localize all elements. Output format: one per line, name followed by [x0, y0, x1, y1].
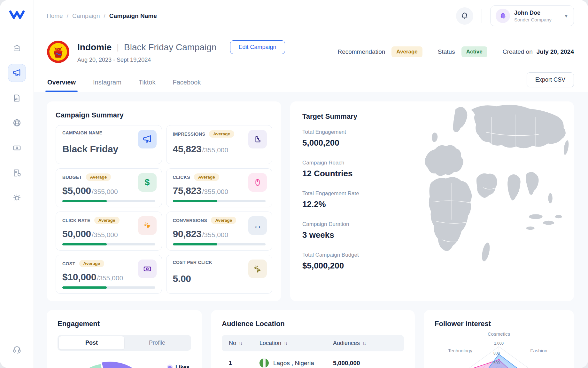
home-icon	[12, 44, 21, 52]
row-number: 1	[229, 360, 259, 366]
sidebar-item-payments[interactable]	[8, 139, 26, 157]
created-on-label: Created on	[503, 48, 533, 55]
breadcrumb-separator: /	[67, 12, 68, 20]
radar-label-fashion: Fashion	[530, 348, 547, 353]
arrows-swap-icon: ↔	[248, 216, 267, 235]
metric-click-rate: CLICK RATE Average 50,000	[56, 212, 162, 251]
content-area: Campaign Summary CAMPAIGN NAME	[34, 92, 588, 368]
sidebar-item-settings[interactable]	[8, 189, 26, 207]
campaign-summary-title: Campaign Summary	[56, 111, 272, 119]
app-window: Home / Campaign / Campaign Name	[0, 0, 588, 368]
globe-icon	[12, 118, 21, 127]
metric-label: BUDGET	[62, 175, 82, 180]
profile-menu[interactable]: John Doe Sonder Company ▼	[490, 5, 574, 26]
stat-campaign-budget: Total Campaign Budget $5,000,200	[302, 252, 562, 271]
tab-overview[interactable]: Overview	[47, 76, 76, 92]
stat-value: 3 weeks	[302, 230, 562, 240]
status-label: Status	[438, 48, 455, 55]
progress-bar	[62, 243, 155, 245]
sort-icon[interactable]: ↑↓	[284, 341, 287, 346]
sidebar-item-documents[interactable]	[8, 164, 26, 182]
average-badge: Average	[209, 130, 234, 138]
metric-total: /355,000	[92, 231, 118, 239]
sidebar-item-analytics[interactable]	[8, 89, 26, 107]
metric-label: IMPRESSIONS	[173, 132, 205, 137]
legend-dot	[168, 366, 172, 368]
campaign-date-range: Aug 20, 2023 - Sept 19,2024	[77, 57, 285, 63]
average-badge: Average	[194, 173, 219, 181]
edit-campaign-button[interactable]: Edit Campaign	[230, 40, 285, 54]
stat-campaign-duration: Campaign Duration 3 weeks	[302, 221, 562, 240]
target-summary-card: Target Summary Total Engagement 5,000,20…	[290, 101, 574, 301]
stat-label: Campaign Duration	[302, 221, 562, 228]
brand-logo	[47, 40, 70, 63]
row-location: Lagos , Nigeria	[273, 360, 314, 367]
progress-bar	[173, 243, 266, 245]
progress-bar	[62, 200, 155, 202]
legend-item-likes: Likes 50,000	[168, 364, 191, 368]
sidebar-item-home[interactable]	[8, 39, 26, 57]
legend-label: Likes	[175, 364, 191, 368]
radar-label-technology: Technology	[448, 348, 472, 353]
stat-value: 5,000,200	[302, 138, 562, 148]
notifications-button[interactable]	[456, 7, 473, 25]
stat-engagement-rate: Total Engagement Rate 12.2%	[302, 190, 562, 209]
stat-label: Total Engagement Rate	[302, 190, 562, 197]
export-csv-button[interactable]: Export CSV	[527, 72, 574, 87]
follower-interest-card: Follower interest	[424, 310, 574, 368]
sidebar-item-campaigns[interactable]	[8, 64, 26, 82]
metric-impressions: IMPRESSIONS Average 45,823 /355,000	[166, 125, 273, 164]
chevron-down-icon: ▼	[564, 13, 569, 19]
recommendation-badge: Average	[391, 46, 422, 57]
engagement-title: Engagement	[58, 320, 191, 328]
average-badge: Average	[211, 217, 236, 224]
campaign-title: Black Friday Campaign	[124, 42, 216, 52]
cursor-rays-icon	[248, 260, 267, 278]
metric-total: /355,000	[202, 188, 228, 196]
sort-icon[interactable]: ↑↓	[239, 341, 242, 346]
tab-instagram[interactable]: Instagram	[92, 76, 122, 92]
breadcrumb-campaign[interactable]: Campaign	[72, 12, 100, 20]
follower-interest-title: Follower interest	[435, 320, 563, 328]
average-badge: Average	[86, 173, 111, 181]
radar-tick-600: 600	[493, 361, 500, 365]
created-on-value: July 20, 2024	[537, 48, 574, 55]
avatar	[496, 9, 510, 23]
recommendation-label: Recommendation	[337, 48, 385, 55]
bar-chart-icon	[248, 130, 267, 148]
analytics-doc-icon	[12, 94, 21, 102]
megaphone-icon	[138, 130, 157, 148]
table-row[interactable]: 1 Lagos , Nigeria 5,000,000	[222, 351, 404, 368]
column-location[interactable]: Location↑↓	[259, 340, 333, 347]
money-icon	[12, 143, 21, 152]
bell-icon	[460, 12, 469, 20]
metric-conversions: CONVERSIONS Average ↔ 90,823 /355,000	[166, 212, 273, 251]
gear-icon	[12, 193, 21, 202]
toggle-post[interactable]: Post	[59, 336, 124, 349]
engagement-pie-chart	[58, 355, 150, 368]
sort-icon[interactable]: ↑↓	[362, 341, 366, 346]
average-badge: Average	[79, 260, 104, 267]
sidebar-nav	[8, 39, 26, 207]
logo-w-icon	[10, 12, 23, 18]
mouse-icon	[248, 173, 267, 192]
campaign-header: Indomie | Black Friday Campaign Edit Cam…	[34, 32, 588, 65]
metric-value: 50,000	[62, 228, 91, 239]
column-audiences[interactable]: Audiences↑↓	[333, 340, 397, 347]
radar-tick-800: 800	[493, 351, 500, 356]
column-no[interactable]: No↑↓	[229, 340, 259, 347]
breadcrumb-current: Campaign Name	[109, 12, 157, 20]
breadcrumb: Home / Campaign / Campaign Name	[47, 12, 157, 20]
stat-total-engagement: Total Engagement 5,000,200	[302, 129, 562, 148]
engagement-toggle: Post Profile	[58, 335, 191, 351]
sidebar-item-web[interactable]	[8, 114, 26, 132]
tab-tiktok[interactable]: Tiktok	[138, 76, 156, 92]
cursor-click-icon	[138, 216, 157, 235]
breadcrumb-home[interactable]: Home	[47, 12, 63, 20]
metric-total: /355,000	[202, 146, 228, 154]
tab-facebook[interactable]: Facebook	[172, 76, 202, 92]
sidebar-item-support[interactable]	[8, 340, 26, 358]
metric-value: 5.00	[173, 273, 191, 284]
stat-campaign-reach: Campaign Reach 12 Countries	[302, 160, 562, 179]
toggle-profile[interactable]: Profile	[124, 336, 190, 349]
